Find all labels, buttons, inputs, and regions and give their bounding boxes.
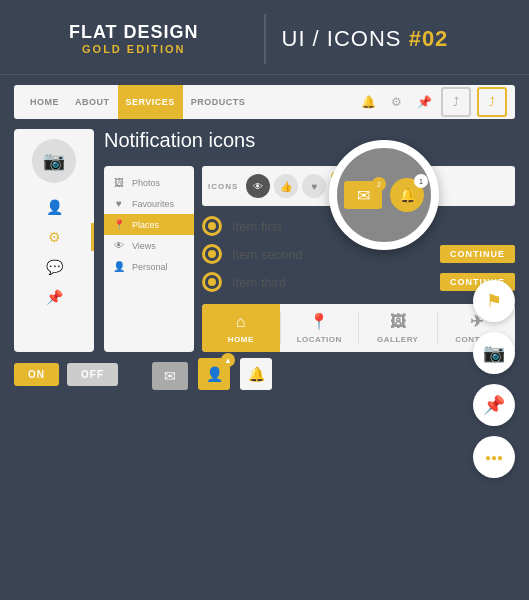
radio-second[interactable] bbox=[202, 244, 222, 264]
menu-item-favourites[interactable]: ♥ Favourites bbox=[104, 193, 194, 214]
icon-eye: 👁 bbox=[246, 174, 270, 198]
person-icon: 👤 bbox=[112, 261, 126, 272]
list-item-second: Item second CONTINUE bbox=[202, 244, 515, 264]
icon-thumb: 👍 bbox=[274, 174, 298, 198]
mail-icon-wrap: ✉ bbox=[152, 362, 188, 390]
camera-icon: 📷 bbox=[43, 150, 65, 172]
camera-circle-button[interactable]: 📷 bbox=[473, 332, 515, 374]
header-left: FLAT DESIGN GOLD EDITION bbox=[20, 23, 248, 55]
sidebar-item-comment[interactable]: 💬 bbox=[14, 253, 94, 281]
right-circles: ⚑ 📷 📌 ●●● bbox=[473, 280, 515, 478]
radio-inner-third bbox=[208, 278, 216, 286]
toggle-group: ON OFF bbox=[14, 363, 118, 386]
mail-group: ✉ 👤 ▲ 🔔 bbox=[152, 358, 272, 390]
share-icon-gold: ⤴ bbox=[489, 95, 495, 109]
sidebar-item-gear[interactable]: ⚙ bbox=[14, 223, 94, 251]
home-icon: ⌂ bbox=[236, 313, 246, 331]
main-area: 📷 👤 ⚙ 💬 📌 Notification icons 🖼 Photos bbox=[0, 129, 529, 352]
pin-icon[interactable]: 📌 bbox=[413, 91, 435, 113]
list-item-third-label: Item third bbox=[232, 275, 430, 290]
mail-icon: ✉ bbox=[152, 362, 188, 390]
header-divider bbox=[264, 14, 266, 64]
notification-title: Notification icons bbox=[104, 129, 515, 152]
nav-item-home[interactable]: HOME bbox=[22, 85, 67, 119]
menu-item-views-label: Views bbox=[132, 241, 156, 251]
menu-item-photos[interactable]: 🖼 Photos bbox=[104, 172, 194, 193]
menu-item-favourites-label: Favourites bbox=[132, 199, 174, 209]
sidebar-panel: 📷 👤 ⚙ 💬 📌 bbox=[14, 129, 94, 352]
radio-inner-second bbox=[208, 250, 216, 258]
heart-icon: ♥ bbox=[112, 198, 126, 209]
navbar: HOME ABOUT SERVICES PRODUCTS 🔔 ⚙ 📌 ⤴ ⤴ bbox=[14, 85, 515, 119]
ui-title-text: UI / ICONS bbox=[282, 26, 402, 51]
person-badge: ▲ bbox=[221, 353, 235, 367]
toggle-on[interactable]: ON bbox=[14, 363, 59, 386]
header: FLAT DESIGN GOLD EDITION UI / ICONS #02 bbox=[0, 0, 529, 75]
header-right: UI / ICONS #02 bbox=[282, 26, 510, 52]
person-icon-wrap: 👤 ▲ bbox=[198, 358, 230, 390]
list-item-second-label: Item second bbox=[232, 247, 430, 262]
header-subtitle: GOLD EDITION bbox=[20, 43, 248, 55]
zoom-envelope-badge: 2 bbox=[372, 177, 386, 191]
pin-icon-sidebar: 📌 bbox=[46, 289, 63, 305]
header-ui-title: UI / ICONS #02 bbox=[282, 26, 510, 52]
radio-first[interactable] bbox=[202, 216, 222, 236]
zoom-bell-wrap: 🔔 1 bbox=[390, 178, 424, 212]
nav-item-products[interactable]: PRODUCTS bbox=[183, 85, 254, 119]
more-circle-button[interactable]: ●●● bbox=[473, 436, 515, 478]
center-area: Notification icons 🖼 Photos ♥ Favourites… bbox=[104, 129, 515, 352]
bottom-section: ON OFF ✉ 👤 ▲ 🔔 bbox=[14, 358, 515, 390]
tab-home-label: HOME bbox=[228, 335, 254, 344]
photos-icon: 🖼 bbox=[112, 177, 126, 188]
icons-label: ICONS bbox=[208, 182, 238, 191]
share-button-gold[interactable]: ⤴ bbox=[477, 87, 507, 117]
location-tab-icon: 📍 bbox=[309, 312, 330, 331]
sidebar-item-pin[interactable]: 📌 bbox=[14, 283, 94, 311]
menu-item-views[interactable]: 👁 Views bbox=[104, 235, 194, 256]
gallery-icon: 🖼 bbox=[390, 313, 407, 331]
content-rows: 🖼 Photos ♥ Favourites 📍 Places 👁 Views 👤 bbox=[104, 166, 515, 352]
more-icon: ●●● bbox=[485, 452, 503, 463]
bell-icon[interactable]: 🔔 bbox=[357, 91, 379, 113]
tab-home[interactable]: ⌂ HOME bbox=[202, 304, 280, 352]
tab-gallery[interactable]: 🖼 GALLERY bbox=[359, 304, 437, 352]
tab-location[interactable]: 📍 LOCATION bbox=[281, 304, 359, 352]
ui-num: #02 bbox=[409, 26, 449, 51]
user-icon: 👤 bbox=[46, 199, 63, 215]
zoom-inner: ✉ 2 🔔 1 bbox=[344, 178, 424, 212]
list-item-third: Item third CONTINUE bbox=[202, 272, 515, 292]
menu-item-places[interactable]: 📍 Places bbox=[104, 214, 194, 235]
avatar: 📷 bbox=[32, 139, 76, 183]
toggle-off[interactable]: OFF bbox=[67, 363, 118, 386]
flag-circle-button[interactable]: ⚑ bbox=[473, 280, 515, 322]
gear-icon-sidebar: ⚙ bbox=[48, 229, 61, 245]
radio-inner-first bbox=[208, 222, 216, 230]
menu-item-personal-label: Personal bbox=[132, 262, 168, 272]
nav-item-services[interactable]: SERVICES bbox=[118, 85, 183, 119]
tab-location-label: LOCATION bbox=[297, 335, 342, 344]
menu-panel: 🖼 Photos ♥ Favourites 📍 Places 👁 Views 👤 bbox=[104, 166, 194, 352]
share-icon: ⤴ bbox=[453, 95, 459, 109]
zoom-bell-badge: 1 bbox=[414, 174, 428, 188]
bottom-tabs: ⌂ HOME 📍 LOCATION 🖼 GALLERY bbox=[202, 304, 515, 352]
icon-heart: ♥ bbox=[302, 174, 326, 198]
zoom-circle: ✉ 2 🔔 1 bbox=[329, 140, 439, 250]
share-button-outline[interactable]: ⤴ bbox=[441, 87, 471, 117]
menu-item-photos-label: Photos bbox=[132, 178, 160, 188]
comment-icon: 💬 bbox=[46, 259, 63, 275]
flag-icon: ⚑ bbox=[486, 290, 502, 312]
menu-item-personal[interactable]: 👤 Personal bbox=[104, 256, 194, 277]
eye-icon: 👁 bbox=[112, 240, 126, 251]
camera-circle-icon: 📷 bbox=[483, 342, 505, 364]
radio-third[interactable] bbox=[202, 272, 222, 292]
bell-icon-wrap: 🔔 bbox=[240, 358, 272, 390]
active-indicator bbox=[91, 223, 94, 251]
header-title: FLAT DESIGN bbox=[20, 23, 248, 43]
nav-item-about[interactable]: ABOUT bbox=[67, 85, 118, 119]
sidebar-item-user[interactable]: 👤 bbox=[14, 193, 94, 221]
gear-icon[interactable]: ⚙ bbox=[385, 91, 407, 113]
pin-circle-button[interactable]: 📌 bbox=[473, 384, 515, 426]
location-icon: 📍 bbox=[112, 219, 126, 230]
continue-button-second[interactable]: CONTINUE bbox=[440, 245, 515, 263]
menu-item-places-label: Places bbox=[132, 220, 159, 230]
